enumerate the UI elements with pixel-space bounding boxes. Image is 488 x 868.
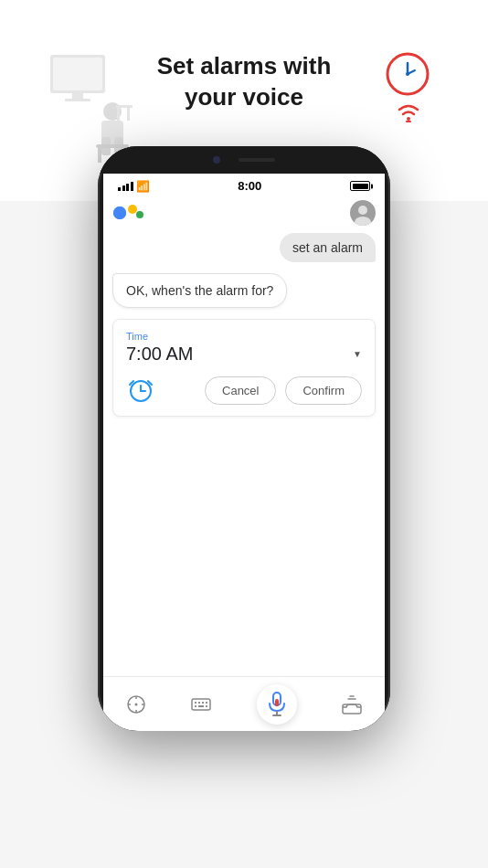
status-left: 📶: [118, 180, 150, 193]
signal-bar-2: [122, 185, 125, 191]
svg-point-25: [358, 206, 367, 215]
svg-rect-34: [192, 699, 210, 710]
keyboard-button[interactable]: [191, 694, 211, 715]
signal-bar-4: [131, 182, 133, 191]
microphone-button[interactable]: [257, 684, 297, 725]
front-camera: [213, 156, 220, 164]
svg-point-18: [407, 117, 410, 121]
keyboard-icon: [191, 694, 211, 715]
svg-rect-2: [72, 93, 83, 99]
signal-bar-3: [126, 184, 129, 191]
svg-point-22: [128, 205, 137, 214]
alarm-card: Time 7:00 AM ▼ Cancel Confir: [112, 319, 376, 417]
compass-button[interactable]: [126, 694, 146, 715]
cancel-button[interactable]: Cancel: [205, 376, 276, 405]
clock-badge: [384, 50, 431, 98]
dropdown-arrow-icon[interactable]: ▼: [353, 349, 362, 359]
svg-rect-40: [198, 705, 204, 707]
user-message-row: set an alarm: [112, 233, 376, 262]
svg-rect-1: [53, 58, 102, 90]
alarm-time-label: Time: [126, 331, 362, 342]
svg-point-29: [134, 703, 137, 705]
signal-bar-1: [118, 187, 121, 191]
alarm-time-value: 7:00 AM: [126, 344, 193, 365]
alarm-clock-icon: [126, 376, 155, 405]
status-bar: 📶 8:00: [103, 174, 385, 196]
svg-rect-35: [195, 702, 196, 704]
phone-frame: 📶 8:00: [98, 146, 390, 731]
wifi-badge: [395, 102, 422, 126]
user-bubble: set an alarm: [280, 233, 376, 262]
svg-rect-3: [65, 99, 90, 101]
phone-screen: 📶 8:00: [103, 174, 385, 676]
status-time: 8:00: [238, 179, 261, 193]
phone-notch: [98, 146, 390, 174]
battery-fill: [353, 184, 368, 189]
assistant-bubble: OK, when's the alarm for?: [112, 273, 287, 308]
user-avatar: [350, 200, 376, 226]
svg-point-21: [113, 206, 126, 219]
svg-rect-39: [195, 705, 196, 707]
headline: Set alarms with your voice: [157, 51, 332, 113]
svg-rect-38: [206, 702, 207, 704]
chat-messages: set an alarm OK, when's the alarm for?: [103, 233, 385, 308]
svg-rect-36: [198, 702, 200, 704]
confirm-button[interactable]: Confirm: [285, 376, 362, 405]
svg-rect-11: [116, 105, 133, 108]
tray-button[interactable]: [342, 694, 362, 715]
svg-rect-12: [117, 108, 120, 121]
signal-bars: [118, 182, 133, 191]
svg-rect-13: [127, 108, 130, 121]
assistant-header: [103, 196, 385, 233]
google-assistant-logo: [112, 202, 145, 224]
svg-rect-46: [343, 704, 361, 714]
svg-point-17: [406, 72, 409, 76]
assistant-message-row: OK, when's the alarm for?: [112, 273, 376, 308]
svg-rect-37: [202, 702, 204, 704]
svg-rect-41: [206, 705, 207, 707]
speaker: [239, 158, 275, 162]
alarm-time-row[interactable]: 7:00 AM ▼: [126, 344, 362, 365]
svg-rect-19: [406, 121, 411, 122]
battery-icon: [350, 181, 370, 191]
svg-rect-43: [275, 699, 279, 706]
tray-icon: [342, 694, 362, 715]
svg-point-23: [136, 211, 143, 218]
compass-icon: [126, 694, 146, 715]
alarm-actions: Cancel Confirm: [126, 376, 362, 405]
bottom-navigation: [103, 676, 385, 731]
wifi-status-icon: 📶: [136, 180, 150, 193]
